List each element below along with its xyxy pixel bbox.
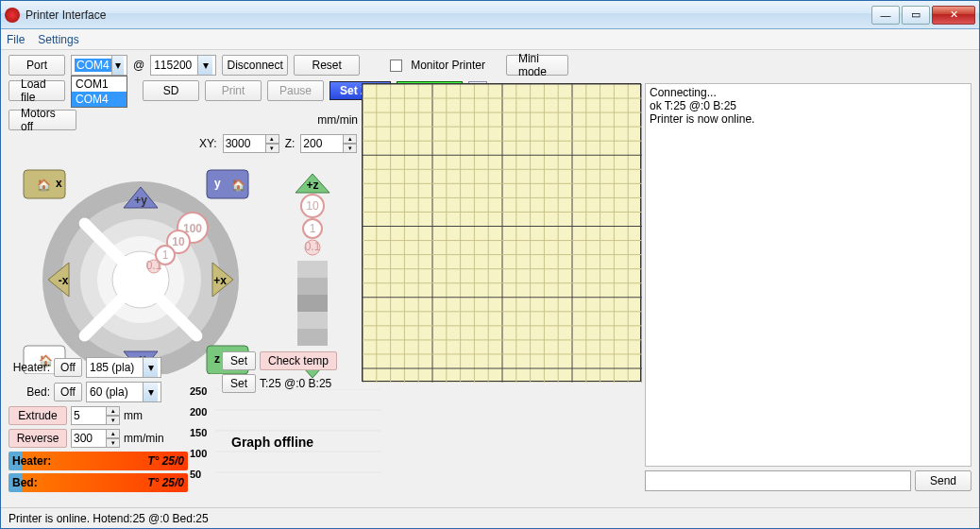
print-button[interactable]: Print <box>205 80 262 101</box>
mm-min-label: mm/min <box>124 432 164 445</box>
status-text: Printer is online. Hotend:25 @:0 Bed:25 <box>8 512 209 525</box>
svg-text:🏠: 🏠 <box>37 178 51 192</box>
chevron-down-icon[interactable]: ▾ <box>111 56 124 75</box>
port-button[interactable]: Port <box>8 55 65 76</box>
chevron-down-icon[interactable]: ▾ <box>143 383 158 401</box>
mini-mode-button[interactable]: Mini mode <box>506 55 568 76</box>
minimize-button[interactable]: — <box>871 6 900 25</box>
disconnect-button[interactable]: Disconnect <box>222 55 288 76</box>
send-button[interactable]: Send <box>915 470 972 491</box>
spin-down-icon[interactable]: ▾ <box>266 144 279 153</box>
y-tick: 200 <box>190 406 207 418</box>
bed-label: Bed: <box>8 385 50 399</box>
reverse-speed-input[interactable] <box>71 429 107 448</box>
build-plate-view[interactable] <box>362 83 641 382</box>
pause-button[interactable]: Pause <box>267 80 324 101</box>
chevron-down-icon[interactable]: ▾ <box>197 56 212 75</box>
console-line: ok T:25 @:0 B:25 <box>650 99 967 112</box>
console-line: Connecting... <box>650 86 967 99</box>
svg-rect-46 <box>297 329 328 346</box>
svg-text:y: y <box>214 177 221 190</box>
svg-rect-45 <box>297 312 328 329</box>
svg-text:0.1: 0.1 <box>305 240 321 253</box>
y-tick: 50 <box>190 469 201 480</box>
port-combo[interactable]: COM4 ▾ COM1 COM4 <box>71 55 127 76</box>
baud-value: 115200 <box>154 59 192 72</box>
svg-text:10: 10 <box>172 235 185 248</box>
svg-text:10: 10 <box>306 199 319 213</box>
y-tick: 150 <box>190 427 207 438</box>
y-tick: 100 <box>190 448 207 459</box>
spin-down-icon[interactable]: ▾ <box>107 416 120 425</box>
port-option[interactable]: COM4 <box>72 92 127 107</box>
chevron-down-icon[interactable]: ▾ <box>143 358 158 377</box>
y-tick: 250 <box>190 385 207 397</box>
motors-off-button[interactable]: Motors off <box>8 110 76 130</box>
z-speed-spin[interactable]: ▴▾ <box>300 134 357 153</box>
baud-combo[interactable]: 115200 ▾ <box>150 55 216 76</box>
spin-up-icon[interactable]: ▴ <box>266 134 279 144</box>
svg-text:0.1: 0.1 <box>146 259 162 272</box>
extrude-button[interactable]: Extrude <box>8 406 67 425</box>
window-title: Printer Interface <box>25 9 871 22</box>
extrude-amount-input[interactable] <box>71 406 107 425</box>
baud-at: @ <box>133 59 144 72</box>
port-value: COM4 <box>75 59 111 72</box>
maximize-button[interactable]: ▭ <box>902 6 930 25</box>
mm-label: mm <box>124 409 143 422</box>
heater-preset-combo[interactable]: 185 (pla)▾ <box>86 357 161 378</box>
heater-label: Heater: <box>8 361 50 374</box>
svg-rect-43 <box>297 278 328 295</box>
load-file-button[interactable]: Load file <box>8 80 65 101</box>
jog-plus-z[interactable]: +z <box>296 174 329 193</box>
menu-bar: File Settings <box>1 29 979 50</box>
bed-preset-combo[interactable]: 60 (pla)▾ <box>86 382 161 402</box>
svg-text:+x: +x <box>213 274 227 287</box>
menu-file[interactable]: File <box>7 33 25 46</box>
status-bar: Printer is online. Hotend:25 @:0 Bed:25 <box>1 507 979 528</box>
spin-down-icon[interactable]: ▾ <box>107 438 120 448</box>
menu-settings[interactable]: Settings <box>38 33 78 46</box>
mm-min-label: mm/min <box>317 113 358 127</box>
monitor-label: Monitor Printer <box>411 59 485 72</box>
console-line: Printer is now online. <box>650 112 967 126</box>
heater-set-button[interactable]: Set <box>222 351 256 370</box>
home-y-button[interactable]: y🏠 <box>207 170 248 198</box>
svg-rect-44 <box>297 295 328 312</box>
port-option[interactable]: COM1 <box>72 77 127 92</box>
svg-rect-42 <box>297 261 328 278</box>
home-x-button[interactable]: 🏠x <box>24 170 65 198</box>
toolbar-row1: Port COM4 ▾ COM1 COM4 @ 115200 ▾ Disconn… <box>1 50 979 80</box>
spin-up-icon[interactable]: ▴ <box>344 134 357 144</box>
xy-label: XY: <box>199 137 217 150</box>
temp-status: T:25 @:0 B:25 <box>260 377 331 390</box>
svg-text:1: 1 <box>162 248 169 262</box>
svg-text:+z: +z <box>306 179 318 192</box>
title-bar: Printer Interface — ▭ ✕ <box>1 1 979 29</box>
sd-button[interactable]: SD <box>143 80 199 101</box>
svg-text:-x: -x <box>59 274 69 287</box>
spin-up-icon[interactable]: ▴ <box>107 429 120 438</box>
xy-speed-input[interactable] <box>223 134 266 153</box>
app-icon <box>5 8 20 23</box>
heater-off-button[interactable]: Off <box>54 358 82 377</box>
command-input[interactable] <box>645 470 911 491</box>
spin-up-icon[interactable]: ▴ <box>107 406 120 416</box>
bed-temp-bar: Bed: T° 25/0 <box>8 473 188 492</box>
svg-text:x: x <box>56 177 62 190</box>
bed-off-button[interactable]: Off <box>54 383 82 401</box>
close-button[interactable]: ✕ <box>932 6 975 25</box>
svg-text:+y: +y <box>134 194 147 207</box>
temp-graph: 250 200 150 100 50 Graph offline <box>190 389 355 493</box>
spin-down-icon[interactable]: ▾ <box>344 144 357 153</box>
xy-speed-spin[interactable]: ▴▾ <box>223 134 279 153</box>
z-speed-input[interactable] <box>300 134 344 153</box>
console-output: Connecting... ok T:25 @:0 B:25 Printer i… <box>645 83 972 467</box>
check-temp-button[interactable]: Check temp <box>260 351 337 370</box>
reverse-button[interactable]: Reverse <box>8 429 67 448</box>
z-label: Z: <box>285 137 296 150</box>
reset-button[interactable]: Reset <box>294 55 360 76</box>
graph-offline-label: Graph offline <box>231 435 313 450</box>
svg-text:🏠: 🏠 <box>231 178 245 192</box>
monitor-checkbox[interactable] <box>390 60 402 72</box>
